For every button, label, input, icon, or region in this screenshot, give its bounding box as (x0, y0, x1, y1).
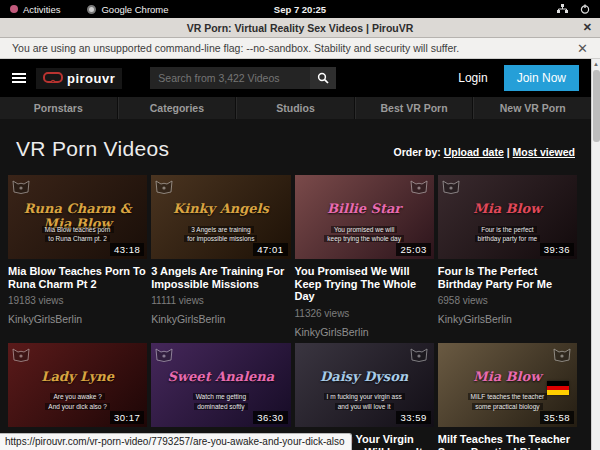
video-studio-link[interactable]: KinkyGirlsBerlin (295, 326, 434, 338)
activities-button[interactable]: Activities (23, 4, 60, 15)
thumbnail-caption-line1: Four is the perfect (478, 226, 536, 233)
warning-text: You are using an unsupported command-lin… (12, 42, 577, 54)
browser-title-bar: VR Porn: Virtual Reality Sex Videos | Pi… (0, 18, 600, 38)
desktop-top-bar: Activities Google Chrome Sep 7 20:25 (0, 0, 600, 18)
video-thumbnail[interactable]: Daisy Dyson I m fucking your virgin ass … (295, 343, 434, 427)
order-upload-date-link[interactable]: Upload date (444, 146, 504, 158)
thumbnail-caption: Watch me getting dominated softly (151, 392, 290, 412)
order-by-label: Order by: (394, 146, 441, 158)
video-card: Mia Blow MILF teaches the teacher some p… (438, 343, 577, 450)
video-duration-badge: 33:59 (396, 411, 430, 424)
menu-hamburger-icon[interactable] (12, 73, 26, 83)
order-separator: | (504, 146, 513, 158)
thumbnail-caption-line2: keep trying the whole day (324, 235, 404, 242)
studio-watermark-cat-icon (442, 178, 460, 194)
video-studio-link[interactable]: KinkyGirlsBerlin (438, 313, 577, 325)
thumbnail-caption-line2: birthday party for me (475, 235, 541, 242)
site-header: pirouvr Login Join Now (0, 59, 591, 97)
scrollbar-thumb[interactable] (593, 70, 600, 142)
studio-watermark-cat-icon (410, 178, 428, 194)
vertical-scrollbar[interactable]: ▲ (591, 59, 600, 450)
thumbnail-caption-line2: dominated softly (194, 403, 247, 410)
video-thumbnail[interactable]: Runa Charm & Mia Blow Mia Blow teaches p… (8, 175, 147, 259)
video-thumbnail[interactable]: Kinky Angels 3 Angels are training for i… (151, 175, 290, 259)
search-button[interactable] (310, 67, 336, 89)
video-title-link[interactable]: Mia Blow Teaches Porn To Runa Charm Pt 2 (8, 265, 147, 290)
video-views: 11111 views (151, 295, 290, 306)
video-title-link[interactable]: Milf Teaches The Teacher Some Practical … (438, 433, 577, 450)
thumbnail-caption: Four is the perfect birthday party for m… (438, 225, 577, 245)
thumbnail-overlay-name: Lady Lyne (8, 369, 147, 384)
power-icon[interactable] (580, 4, 590, 14)
thumbnail-caption: 3 Angels are training for impossible mis… (151, 225, 290, 245)
video-thumbnail[interactable]: Sweet Analena Watch me getting dominated… (151, 343, 290, 427)
studio-watermark-cat-icon (12, 346, 30, 362)
thumbnail-caption-line2: And your dick also ? (45, 403, 110, 410)
video-duration-badge: 43:18 (110, 243, 144, 256)
studio-watermark-cat-icon (155, 346, 173, 362)
thumbnail-overlay-name: Billie Star (295, 201, 434, 216)
active-app-menu[interactable]: Google Chrome (101, 4, 168, 15)
video-card: Billie Star You promised we will keep tr… (295, 175, 434, 338)
thumbnail-caption-line2: for impossible missions (184, 235, 257, 242)
search-input[interactable] (150, 67, 310, 89)
network-icon[interactable] (557, 4, 568, 14)
video-views: 19183 views (8, 295, 147, 306)
video-studio-link[interactable]: KinkyGirlsBerlin (151, 313, 290, 325)
status-url-tooltip: https://pirouvr.com/vr-porn-video/779325… (0, 433, 352, 450)
video-duration-badge: 36:30 (253, 411, 287, 424)
video-thumbnail[interactable]: Billie Star You promised we will keep tr… (295, 175, 434, 259)
nav-item-best-vr-porn[interactable]: Best VR Porn (355, 97, 474, 119)
studio-watermark-cat-icon (155, 178, 173, 194)
logo-text: pirouvr (67, 71, 115, 86)
studio-watermark-cat-icon (12, 178, 30, 194)
window-close-icon[interactable]: ✕ (583, 21, 592, 34)
site-logo[interactable]: pirouvr (36, 68, 122, 89)
thumbnail-caption-line1: I m fucking your virgin ass (324, 393, 405, 400)
thumbnail-caption-line1: You promised we will (331, 226, 397, 233)
video-card: Mia Blow Four is the perfect birthday pa… (438, 175, 577, 338)
video-thumbnail[interactable]: Lady Lyne Are you awake ? And your dick … (8, 343, 147, 427)
studio-watermark-cat-icon (410, 346, 428, 362)
thumbnail-caption: MILF teaches the teacher some practical … (438, 392, 577, 412)
clock[interactable]: Sep 7 20:25 (274, 4, 326, 15)
thumbnail-caption-line1: Are you awake ? (50, 393, 104, 400)
thumbnail-caption-line1: 3 Angels are training (188, 226, 253, 233)
thumbnail-caption: I m fucking your virgin ass and you will… (295, 392, 434, 412)
video-title-link[interactable]: You Promised We Will Keep Trying The Who… (295, 265, 434, 303)
order-by: Order by: Upload date | Most viewed (394, 146, 576, 158)
thumbnail-caption-line1: Mia Blow teaches porn (42, 226, 114, 233)
warning-close-icon[interactable]: ✕ (577, 41, 588, 56)
video-thumbnail[interactable]: Mia Blow MILF teaches the teacher some p… (438, 343, 577, 427)
thumbnail-caption: Mia Blow teaches porn to Runa Charm pt. … (8, 225, 147, 245)
search-bar (150, 67, 336, 89)
video-title-link[interactable]: 3 Angels Are Training For Impossible Mis… (151, 265, 290, 290)
join-now-button[interactable]: Join Now (504, 65, 579, 91)
video-thumbnail[interactable]: Mia Blow Four is the perfect birthday pa… (438, 175, 577, 259)
scrollbar-up-icon[interactable]: ▲ (592, 59, 600, 69)
video-duration-badge: 39:36 (540, 243, 574, 256)
video-duration-badge: 25:03 (396, 243, 430, 256)
nav-item-categories[interactable]: Categories (118, 97, 237, 119)
login-link[interactable]: Login (458, 71, 487, 85)
main-nav: PornstarsCategoriesStudiosBest VR PornNe… (0, 97, 591, 119)
chrome-app-icon (87, 5, 96, 14)
thumbnail-caption: You promised we will keep trying the who… (295, 225, 434, 245)
page-head: VR Porn Videos Order by: Upload date | M… (0, 119, 591, 175)
nav-item-new-vr-porn[interactable]: New VR Porn (473, 97, 591, 119)
video-title-link[interactable]: Four Is The Perfect Birthday Party For M… (438, 265, 577, 290)
thumbnail-overlay-name: Mia Blow (438, 201, 577, 216)
video-duration-badge: 35:58 (540, 411, 574, 424)
activities-indicator-icon (10, 5, 18, 13)
thumbnail-caption: Are you awake ? And your dick also ? (8, 392, 147, 412)
thumbnail-caption-line2: some practical biology (472, 403, 542, 410)
nav-item-studios[interactable]: Studios (236, 97, 355, 119)
nav-item-pornstars[interactable]: Pornstars (0, 97, 118, 119)
vr-goggles-icon (43, 72, 63, 84)
video-studio-link[interactable]: KinkyGirlsBerlin (8, 313, 147, 325)
warning-bar: You are using an unsupported command-lin… (0, 38, 600, 59)
thumbnail-caption-line2: to Runa Charm pt. 2 (45, 235, 110, 242)
page-title: VR Porn Videos (16, 137, 169, 161)
video-grid: Runa Charm & Mia Blow Mia Blow teaches p… (0, 175, 591, 450)
order-most-viewed-link[interactable]: Most viewed (513, 146, 575, 158)
